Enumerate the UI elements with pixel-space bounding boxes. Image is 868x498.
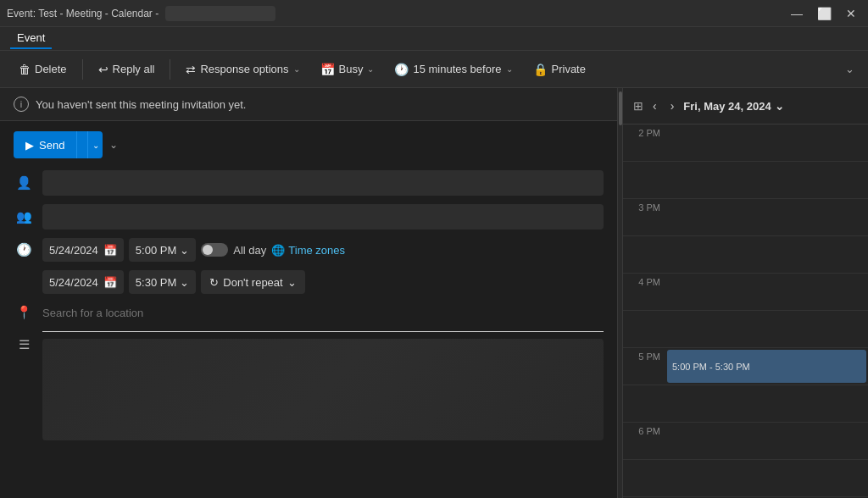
reply-all-icon: ↩	[98, 63, 108, 76]
calendar-prev-button[interactable]: ‹	[648, 97, 661, 115]
toolbar-separator-2	[170, 59, 170, 80]
delete-icon: 🗑	[19, 63, 31, 76]
time-content	[665, 125, 868, 161]
start-time-picker[interactable]: 5:00 PM ⌄	[129, 238, 196, 262]
end-datetime: 5/24/2024 📅 5:30 PM ⌄ ↻ Don't repeat ⌄	[42, 270, 305, 294]
title-bar: Event: Test - Meeting - Calendar - — ⬜ ✕	[0, 0, 868, 27]
time-label: 6 PM	[623, 423, 665, 436]
time-label	[623, 236, 665, 240]
allday-toggle[interactable]: All day	[201, 243, 266, 257]
close-button[interactable]: ✕	[841, 3, 861, 24]
time-slot-5pm-half	[623, 385, 868, 423]
menu-item-event[interactable]: Event	[10, 28, 52, 49]
busy-chevron-icon: ⌄	[367, 64, 374, 74]
time-content	[665, 385, 868, 422]
minimize-button[interactable]: —	[787, 3, 807, 24]
repeat-chevron-icon: ⌄	[287, 276, 297, 289]
time-label: 2 PM	[623, 125, 665, 138]
end-datetime-row: 🕐 5/24/2024 📅 5:30 PM ⌄ ↻ Don't repeat ⌄	[14, 270, 604, 294]
add-people-icon: 👥	[14, 207, 34, 227]
reminder-button[interactable]: 🕐 15 minutes before ⌄	[386, 58, 520, 80]
time-content	[665, 460, 868, 496]
end-date-picker[interactable]: 5/24/2024 📅	[42, 270, 124, 294]
notes-area	[42, 331, 604, 440]
calendar-next-button[interactable]: ›	[666, 97, 679, 115]
busy-button[interactable]: 📅 Busy ⌄	[312, 58, 383, 80]
calendar-header: ⊞ ‹ › Fri, May 24, 2024 ⌄	[623, 88, 868, 125]
time-content	[665, 199, 868, 235]
delete-button[interactable]: 🗑 Delete	[10, 58, 75, 80]
time-label	[623, 460, 665, 463]
title-bar-left: Event: Test - Meeting - Calendar -	[7, 6, 275, 21]
time-label: 5 PM	[623, 348, 665, 362]
private-button[interactable]: 🔒 Private	[525, 58, 594, 80]
response-chevron-icon: ⌄	[293, 64, 300, 74]
start-time-chevron-icon: ⌄	[180, 244, 189, 257]
send-button-area: ▶ Send | ⌄ ⌄	[14, 131, 604, 158]
subject-row: 👥	[14, 204, 604, 230]
response-icon: ⇄	[186, 63, 196, 76]
time-label	[623, 311, 665, 314]
menu-bar: Event	[0, 27, 868, 51]
reply-all-button[interactable]: ↩ Reply all	[90, 58, 164, 80]
send-icon: ▶	[25, 139, 34, 152]
allday-toggle-circle[interactable]	[201, 243, 228, 257]
time-slot-6pm-half	[623, 460, 868, 497]
time-label	[623, 162, 665, 165]
time-slot-4pm: 4 PM	[623, 274, 868, 311]
maximize-button[interactable]: ⬜	[814, 3, 834, 24]
time-slot-6pm: 6 PM	[623, 423, 868, 460]
private-icon: 🔒	[533, 63, 548, 76]
notes-row: ☰	[14, 331, 604, 488]
notes-icon: ☰	[14, 335, 34, 355]
time-slot-5pm[interactable]: 5 PM 5:00 PM - 5:30 PM	[623, 348, 868, 385]
send-split-button[interactable]: ⌄	[87, 131, 103, 158]
time-content	[665, 423, 868, 459]
title-text: Event: Test - Meeting - Calendar -	[7, 8, 159, 19]
right-panel: ⊞ ‹ › Fri, May 24, 2024 ⌄ 2 PM 3 PM	[622, 88, 868, 498]
repeat-button[interactable]: ↻ Don't repeat ⌄	[201, 270, 304, 294]
to-row: 👤	[14, 170, 604, 196]
toolbar-separator-1	[82, 59, 83, 80]
toolbar-expand-icon[interactable]: ⌄	[842, 59, 858, 79]
notes-content[interactable]	[42, 339, 604, 440]
location-row: 📍	[14, 302, 604, 323]
form-area: ▶ Send | ⌄ ⌄ 👤 👥 🕐	[0, 121, 617, 498]
end-time-picker[interactable]: 5:30 PM ⌄	[129, 270, 196, 294]
busy-icon: 📅	[320, 63, 335, 76]
scrollbar-thumb	[619, 91, 622, 125]
location-input[interactable]	[42, 303, 604, 323]
clock-icon: 🕐	[14, 240, 34, 260]
calendar-icon: 📅	[103, 244, 117, 257]
timezone-button[interactable]: 🌐 Time zones	[271, 244, 345, 257]
end-time-value: 5:30 PM	[136, 276, 176, 289]
allday-label: All day	[233, 244, 266, 257]
title-controls: — ⬜ ✕	[787, 3, 861, 24]
response-options-button[interactable]: ⇄ Response options ⌄	[177, 58, 308, 80]
time-content	[665, 311, 868, 347]
calendar-timeline: 2 PM 3 PM 4 PM	[623, 125, 868, 498]
start-date-value: 5/24/2024	[49, 244, 98, 257]
info-bar: i You haven't sent this meeting invitati…	[0, 88, 617, 121]
start-datetime: 5/24/2024 📅 5:00 PM ⌄ All day 🌐 Time zon…	[42, 238, 345, 262]
reminder-icon: 🕐	[394, 63, 409, 76]
notes-divider	[42, 331, 604, 332]
end-calendar-icon: 📅	[103, 276, 117, 289]
event-block[interactable]: 5:00 PM - 5:30 PM	[667, 350, 866, 383]
time-slot-3pm: 3 PM	[623, 199, 868, 236]
repeat-icon: ↻	[209, 276, 219, 289]
title-search-input[interactable]	[165, 6, 275, 21]
send-dropdown-button[interactable]: ⌄	[106, 136, 121, 154]
start-date-picker[interactable]: 5/24/2024 📅	[42, 238, 124, 262]
left-panel: i You haven't sent this meeting invitati…	[0, 88, 617, 498]
start-datetime-row: 🕐 5/24/2024 📅 5:00 PM ⌄ All day	[14, 238, 604, 262]
calendar-grid-button[interactable]: ⊞	[633, 99, 643, 113]
time-label: 3 PM	[623, 199, 665, 213]
calendar-date-title[interactable]: Fri, May 24, 2024 ⌄	[683, 100, 783, 113]
start-time-value: 5:00 PM	[136, 244, 176, 257]
send-pipe-sep: |	[76, 131, 87, 158]
to-input[interactable]	[42, 170, 604, 196]
send-button[interactable]: ▶ Send	[14, 131, 76, 158]
subject-input[interactable]	[42, 204, 604, 230]
info-message: You haven't sent this meeting invitation…	[36, 98, 246, 111]
